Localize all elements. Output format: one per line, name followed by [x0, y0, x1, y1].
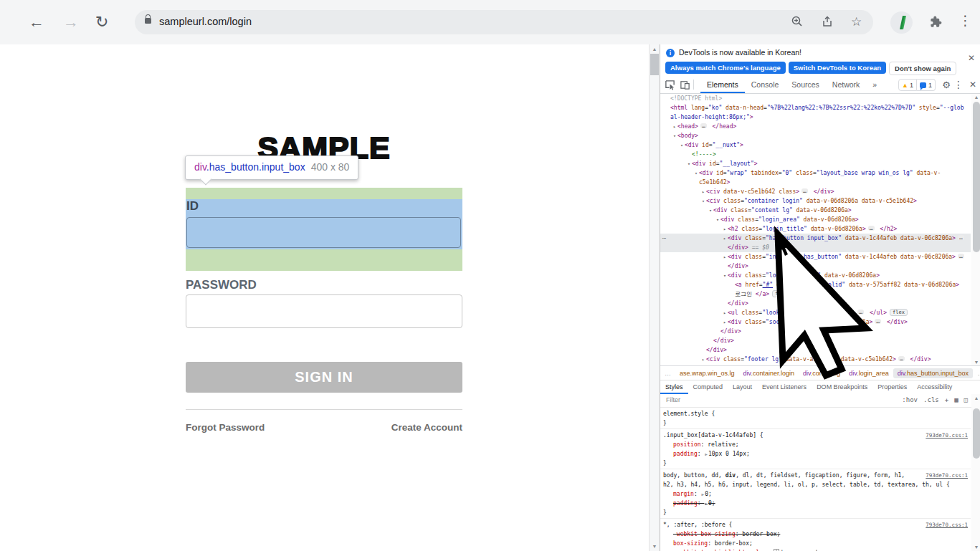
dom-tree-node[interactable]: </div>	[660, 327, 971, 336]
dom-tree-node[interactable]: ▸<h2 class="login_title" data-v-06d8206a…	[660, 224, 971, 234]
expand-ellipsis[interactable]: …	[898, 356, 905, 361]
breadcrumb-item[interactable]: div.content.lg	[799, 368, 845, 378]
share-icon[interactable]	[821, 15, 834, 28]
dom-tree-node[interactable]: </div>	[660, 345, 971, 355]
extensions-puzzle-icon[interactable]	[929, 15, 943, 32]
new-style-rule-button[interactable]: +	[945, 396, 948, 403]
sign-in-button[interactable]: SIGN IN	[186, 362, 462, 393]
css-property[interactable]: -webkit-tap-highlight-color: transparent…	[663, 548, 968, 551]
match-language-button[interactable]: Always match Chrome's language	[665, 62, 786, 74]
zoom-icon[interactable]	[791, 15, 804, 28]
dom-tree-node[interactable]: ▾<div id="wrap" tabindex="0" class="layo…	[660, 168, 971, 178]
dom-tree-node[interactable]: al-header-height:86px;">	[660, 112, 971, 122]
more-tabs-icon[interactable]: »	[866, 77, 883, 93]
dom-tree-node[interactable]: ▸<div class="social_login" data-v-06d820…	[660, 317, 971, 327]
scroll-up-icon[interactable]: ▲	[650, 47, 660, 52]
inspect-element-icon[interactable]	[665, 80, 675, 93]
rendering-icon[interactable]: ▦	[954, 396, 958, 403]
id-input[interactable]	[186, 217, 461, 248]
dom-tree-node[interactable]: ▸<civ class="footer lg" data-v-a1b8206a …	[660, 355, 971, 364]
node-menu-icon[interactable]: ⋯	[662, 234, 666, 243]
styles-panel-tab-event-listeners[interactable]: Event Listeners	[757, 380, 812, 394]
dom-tree-node[interactable]: ▸<ul class="look_box" data-v-06d8206a>… …	[660, 308, 971, 317]
issues-badge[interactable]: 1	[917, 79, 936, 91]
elements-scrollbar[interactable]: ▲ ▼	[971, 94, 980, 365]
dom-tree-node[interactable]: <!---->	[660, 150, 971, 159]
styles-filter-input[interactable]: Filter	[666, 396, 680, 403]
dont-show-again-button[interactable]: Don't show again	[889, 62, 956, 75]
dom-tree-node[interactable]: </div>	[660, 336, 971, 345]
devtools-menu-icon[interactable]: ⋮	[953, 79, 964, 90]
dom-tree-node[interactable]: ▸<head>… </head>	[660, 122, 971, 131]
tab-sources[interactable]: Sources	[785, 77, 826, 93]
breadcrumb-item[interactable]: ase.wrap.win_os.lg	[675, 368, 739, 378]
device-toolbar-icon[interactable]	[680, 80, 690, 93]
dom-tree-node[interactable]: ▸<div class="input_box has_button" data-…	[660, 252, 971, 262]
breadcrumb-item[interactable]: …	[973, 368, 980, 378]
dom-tree-node[interactable]: </div>	[660, 299, 971, 308]
tab-console[interactable]: Console	[745, 77, 786, 93]
dom-tree-node[interactable]: ▸<civ data-v-c5e1b642 class>… </div>	[660, 187, 971, 196]
dom-tree-node[interactable]: <!DOCTYPE html>	[660, 94, 971, 103]
back-icon[interactable]: ←	[29, 11, 44, 33]
expand-ellipsis[interactable]: …	[958, 254, 964, 259]
flex-badge[interactable]: flex	[890, 309, 908, 316]
scroll-up-icon[interactable]: ▲	[971, 95, 980, 100]
expand-ellipsis[interactable]: …	[958, 235, 964, 240]
styles-panel-tab-dom-breakpoints[interactable]: DOM Breakpoints	[812, 380, 872, 394]
css-property[interactable]: padding: ▶10px 0 14px;	[663, 449, 968, 459]
dom-tree-node[interactable]: ▾<civ class="container login" data-v-06d…	[660, 196, 971, 206]
breadcrumb-item[interactable]: …	[660, 368, 675, 378]
bookmark-star-icon[interactable]: ☆	[851, 16, 864, 29]
dom-tree-node[interactable]: 로그인 </a>flex	[660, 289, 971, 299]
forgot-password-link[interactable]: Forgot Password	[186, 422, 265, 433]
scroll-down-icon[interactable]: ▼	[650, 544, 660, 549]
pseudo-state-toggle[interactable]: :hov	[902, 396, 918, 403]
warnings-badge[interactable]: ▲1	[898, 79, 917, 91]
sidebar-toggle-icon[interactable]: ◫	[964, 396, 968, 403]
expand-ellipsis[interactable]: …	[868, 226, 875, 231]
stylesheet-link[interactable]: 793de70.css:1	[926, 471, 968, 480]
styles-panel-tab-layout[interactable]: Layout	[728, 380, 757, 394]
elements-scrollbar-thumb[interactable]	[973, 102, 980, 252]
forward-icon[interactable]: →	[63, 11, 79, 33]
css-property[interactable]: -webkit-box-sizing: border-box;	[663, 530, 968, 539]
styles-panel-tab-computed[interactable]: Computed	[688, 380, 728, 394]
reload-icon[interactable]: ↻	[95, 11, 108, 33]
dom-tree-node[interactable]: <html lang="ko" data-n-head="%7B%22lang%…	[660, 103, 971, 112]
switch-korean-button[interactable]: Switch DevTools to Korean	[789, 62, 886, 74]
dom-tree-node[interactable]: ▾<body>	[660, 131, 971, 140]
css-property[interactable]: padding: ▶0;	[663, 499, 968, 508]
styles-panel-tab-properties[interactable]: Properties	[872, 380, 912, 394]
tab-elements[interactable]: Elements	[700, 77, 745, 93]
devtools-close-icon[interactable]: ✕	[969, 80, 976, 90]
dom-tree-node[interactable]: ▾<div class="login_area" data-v-06d8206a…	[660, 215, 971, 224]
address-bar[interactable]: sampleurl.com/login ☆	[135, 10, 873, 34]
css-property[interactable]: box-sizing: border-box;	[663, 539, 968, 548]
settings-gear-icon[interactable]: ⚙	[942, 80, 951, 90]
scroll-up-icon[interactable]: ▲	[971, 396, 980, 401]
browser-menu-icon[interactable]: ⋮	[958, 12, 972, 29]
css-property[interactable]: margin: ▶0;	[663, 489, 968, 499]
styles-panel-tab-accessibility[interactable]: Accessibility	[912, 380, 957, 394]
dom-tree-node[interactable]: </div> == $0	[660, 243, 971, 252]
flex-badge[interactable]: flex	[772, 290, 790, 297]
breadcrumb-item[interactable]: div.login_area	[845, 368, 893, 378]
dom-tree-node[interactable]: ▾<div id="__nuxt">	[660, 140, 971, 150]
page-scrollbar[interactable]: ▲ ▼	[649, 44, 660, 551]
tab-network[interactable]: Network	[826, 77, 867, 93]
extension-avatar-icon[interactable]	[890, 11, 913, 34]
create-account-link[interactable]: Create Account	[391, 422, 462, 433]
dom-tree-node[interactable]: </div>	[660, 262, 971, 271]
scroll-down-icon[interactable]: ▼	[971, 545, 980, 550]
breadcrumb-item[interactable]: div.container.login	[739, 368, 799, 378]
dom-tree-node[interactable]: ⋯▸<div class="has_button input_box" data…	[660, 234, 971, 243]
expand-ellipsis[interactable]: …	[700, 123, 707, 128]
dom-tree-node[interactable]: c5e1b642>	[660, 178, 971, 187]
page-scrollbar-thumb[interactable]	[650, 54, 659, 75]
dom-tree-node[interactable]: <a href="#" class="btn xl solid" data-v-…	[660, 280, 971, 289]
expand-ellipsis[interactable]: …	[857, 310, 864, 315]
styles-scrollbar-thumb[interactable]	[973, 408, 980, 459]
password-input[interactable]	[186, 294, 462, 328]
notification-close-icon[interactable]: ✕	[968, 53, 975, 63]
